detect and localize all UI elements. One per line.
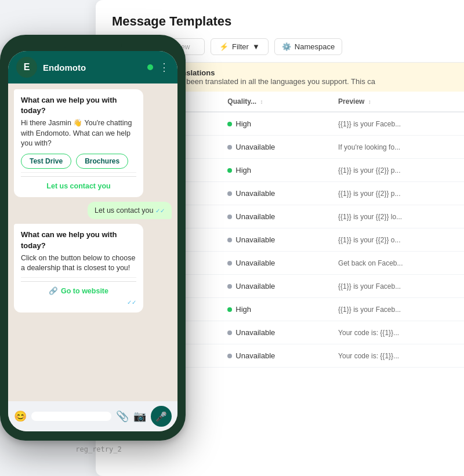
quick-replies-1: Test Drive Brochures — [21, 154, 136, 169]
namespace-label: Namespace — [295, 42, 335, 51]
quick-reply-brochures[interactable]: Brochures — [76, 154, 128, 169]
quality-dot — [227, 238, 232, 242]
cell-quality: Unavailable — [216, 275, 327, 298]
cell-preview: {{1}} is your Faceb... — [327, 112, 464, 136]
quality-text: Unavailable — [235, 212, 275, 221]
cell-quality: Unavailable — [216, 321, 327, 344]
quality-text: Unavailable — [235, 351, 275, 360]
sent-text: Let us contact you — [95, 206, 153, 215]
preview-text: Your code is: {{1}}... — [338, 329, 399, 337]
cell-preview: {{1}} is your {{2}} o... — [327, 228, 464, 252]
preview-text: {{1}} is your {{2}} p... — [338, 166, 400, 175]
camera-icon[interactable]: 📷 — [133, 410, 146, 423]
quality-dot — [227, 122, 232, 126]
quality-dot — [227, 354, 232, 358]
phone-label: reg_retry_2 — [0, 445, 197, 453]
tick-icon: ✓✓ — [127, 299, 136, 306]
quality-text: Unavailable — [235, 282, 275, 290]
quality-text: Unavailable — [235, 235, 275, 244]
cell-preview: If you're looking fo... — [327, 136, 464, 159]
filter-label: Filter — [232, 42, 249, 51]
avatar-letter: E — [24, 62, 30, 72]
preview-text: {{1}} is your Faceb... — [338, 306, 401, 314]
quick-reply-test-drive[interactable]: Test Drive — [21, 154, 71, 169]
cta-website-btn[interactable]: 🔗 Go to website — [21, 281, 136, 297]
preview-text: {{1}} is your Faceb... — [338, 120, 401, 128]
bubble-time-3: ✓✓ — [21, 299, 136, 307]
preview-text: {{1}} is your {{2}} lo... — [338, 213, 402, 221]
panel-title: Message Templates — [112, 14, 448, 29]
chat-area[interactable]: What can we help you with today? Hi ther… — [8, 83, 177, 401]
cell-quality: Unavailable — [216, 228, 327, 252]
phone-notch — [64, 43, 122, 48]
quality-dot — [227, 284, 232, 289]
cell-quality: Unavailable — [216, 252, 327, 275]
col-quality[interactable]: Quality... ↕ — [216, 92, 327, 112]
cell-quality: Unavailable — [216, 136, 327, 159]
mic-button[interactable]: 🎤 — [151, 406, 172, 427]
bubble-text-3: Click on the button below to choose a de… — [21, 253, 136, 274]
read-tick-icon: ✓✓ — [155, 208, 165, 214]
chevron-down-icon: ▼ — [252, 42, 260, 51]
message-bubble-3: What can we help you with today? Click o… — [14, 224, 143, 313]
quality-text: High — [235, 166, 251, 175]
cell-preview: Your code is: {{1}}... — [327, 344, 464, 368]
cell-quality: Unavailable — [216, 205, 327, 228]
quality-dot — [227, 261, 232, 266]
gear-icon: ⚙️ — [282, 42, 291, 51]
contact-name: Endomoto — [43, 63, 142, 72]
sent-message-wrapper: Let us contact you ✓✓ — [14, 202, 172, 219]
filter-button[interactable]: ⚡ Filter ▼ — [211, 38, 269, 55]
namespace-button[interactable]: ⚙️ Namespace — [274, 38, 342, 55]
cell-preview: Get back on Faceb... — [327, 252, 464, 275]
contact-info: Endomoto — [43, 63, 153, 72]
bubble-title-1: What can we help you with today? — [21, 95, 136, 116]
quality-text: Unavailable — [235, 143, 275, 151]
cell-quality: High — [216, 112, 327, 136]
cell-quality: High — [216, 159, 327, 182]
quality-dot — [227, 330, 232, 335]
quality-text: High — [235, 305, 251, 314]
phone-mockup: E Endomoto ⋮ What can we help you with t… — [0, 35, 197, 464]
cell-preview: {{1}} is your {{2}} lo... — [327, 205, 464, 228]
message-bubble-1: What can we help you with today? Hi ther… — [14, 89, 143, 197]
cell-quality: Unavailable — [216, 344, 327, 368]
more-options-icon[interactable]: ⋮ — [159, 61, 169, 74]
quality-text: Unavailable — [235, 189, 275, 198]
whatsapp-header: E Endomoto ⋮ — [8, 51, 177, 83]
external-link-icon: 🔗 — [49, 286, 58, 297]
preview-text: {{1}} is your {{2}} p... — [338, 190, 400, 198]
bubble-title-3: What can we help you with today? — [21, 230, 136, 250]
verified-badge — [147, 64, 153, 70]
phone-shell: E Endomoto ⋮ What can we help you with t… — [0, 35, 186, 441]
cell-quality: Unavailable — [216, 182, 327, 205]
cell-preview: {{1}} is your {{2}} p... — [327, 159, 464, 182]
filter-icon: ⚡ — [219, 42, 229, 51]
quality-dot — [227, 215, 232, 219]
cell-preview: {{1}} is your Faceb... — [327, 275, 464, 298]
message-input[interactable] — [31, 412, 111, 421]
cell-preview: {{1}} is your Faceb... — [327, 298, 464, 321]
phone-screen: E Endomoto ⋮ What can we help you with t… — [8, 51, 177, 431]
bubble-text-1: Hi there Jasmin 👋 You're chatting with E… — [21, 118, 136, 149]
attachment-icon[interactable]: 📎 — [116, 410, 129, 423]
preview-text: If you're looking fo... — [338, 143, 400, 151]
avatar: E — [16, 57, 37, 78]
emoji-icon[interactable]: 😊 — [14, 410, 27, 423]
preview-text: {{1}} is your {{2}} o... — [338, 236, 400, 244]
quality-text: High — [235, 119, 251, 128]
preview-text: Get back on Faceb... — [338, 259, 403, 267]
quality-dot — [227, 191, 232, 196]
sent-bubble: Let us contact you ✓✓ — [88, 202, 172, 219]
preview-text: Your code is: {{1}}... — [338, 352, 399, 360]
preview-text: {{1}} is your Faceb... — [338, 282, 401, 290]
cta-contact-btn[interactable]: Let us contact you — [21, 176, 136, 192]
quality-dot — [227, 168, 232, 173]
quality-dot — [227, 145, 232, 150]
quality-dot — [227, 307, 232, 312]
quality-text: Unavailable — [235, 328, 275, 337]
col-preview[interactable]: Preview ↕ — [327, 92, 464, 112]
cell-preview: {{1}} is your {{2}} p... — [327, 182, 464, 205]
cell-quality: High — [216, 298, 327, 321]
cell-preview: Your code is: {{1}}... — [327, 321, 464, 344]
